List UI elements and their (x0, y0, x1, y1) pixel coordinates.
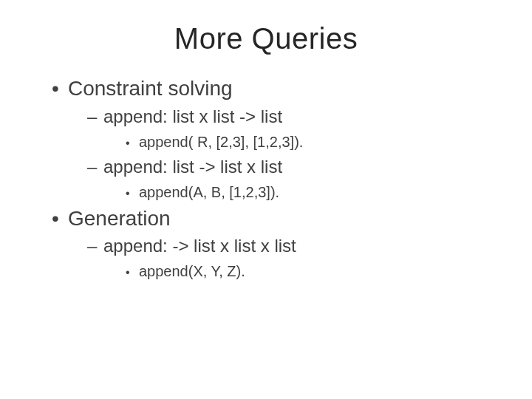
bullet-icon (126, 132, 139, 151)
bullet-l1: Constraint solving (52, 76, 502, 101)
bullet-icon (126, 262, 139, 281)
bullet-l2: append: -> list x list x list (87, 235, 502, 257)
bullet-l1: Generation (52, 206, 502, 231)
bullet-icon (52, 76, 68, 101)
slide-content: Constraint solving append: list x list -… (30, 76, 502, 281)
bullet-l3: append( R, [2,3], [1,2,3]). (126, 132, 502, 151)
slide: More Queries Constraint solving append: … (0, 0, 532, 399)
bullet-text: append: list x list -> list (103, 106, 502, 128)
dash-icon (87, 106, 103, 128)
bullet-l2: append: list x list -> list (87, 106, 502, 128)
bullet-text: Generation (68, 206, 502, 231)
bullet-text: append: -> list x list x list (103, 235, 502, 257)
dash-icon (87, 156, 103, 178)
bullet-l2: append: list -> list x list (87, 156, 502, 178)
bullet-l3: append(X, Y, Z). (126, 262, 502, 281)
bullet-icon (52, 206, 68, 231)
bullet-text: append(A, B, [1,2,3]). (139, 183, 502, 202)
bullet-text: append(X, Y, Z). (139, 262, 502, 281)
bullet-text: append: list -> list x list (103, 156, 502, 178)
bullet-text: append( R, [2,3], [1,2,3]). (139, 132, 502, 151)
bullet-text: Constraint solving (68, 76, 502, 101)
bullet-l3: append(A, B, [1,2,3]). (126, 183, 502, 202)
dash-icon (87, 235, 103, 257)
slide-title: More Queries (30, 22, 502, 55)
bullet-icon (126, 183, 139, 202)
